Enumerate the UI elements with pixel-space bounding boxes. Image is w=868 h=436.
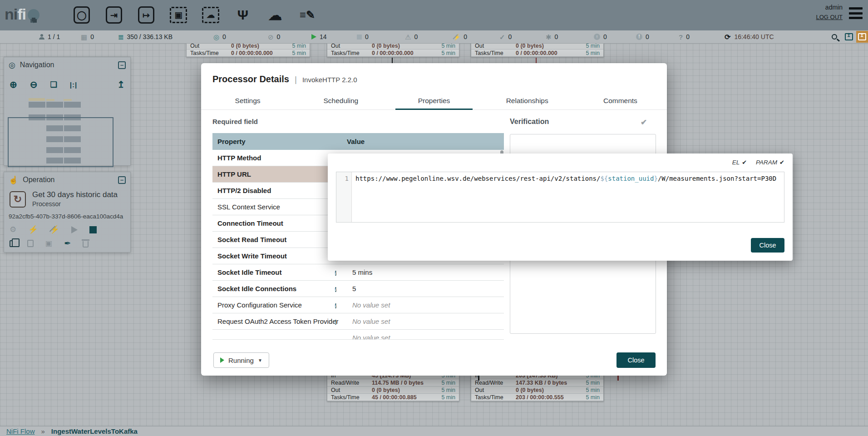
property-value[interactable]: 5 — [347, 285, 504, 292]
property-value[interactable]: No value set — [347, 317, 504, 325]
tab-comments[interactable]: Comments — [574, 93, 667, 109]
stat-row: Read/Write114.75 MB / 0 bytes5 min — [327, 379, 459, 386]
property-value[interactable]: No value set — [347, 334, 504, 340]
property-name: Socket Idle Connections — [212, 285, 335, 292]
info-icon[interactable]: i — [335, 317, 347, 326]
tab-scheduling[interactable]: Scheduling — [294, 93, 387, 109]
value-code-editor[interactable]: 1 https://www.pegelonline.wsv.de/webserv… — [336, 172, 784, 223]
editor-close-button[interactable]: Close — [751, 238, 784, 253]
tab-settings[interactable]: Settings — [201, 93, 294, 109]
group-icon[interactable]: ▣ — [45, 240, 52, 247]
property-row[interactable]: Request OAuth2 Access Token ProvideriNo … — [212, 313, 504, 330]
stat-row: Out0 (0 bytes)5 min — [327, 386, 459, 394]
info-icon[interactable]: i — [335, 285, 347, 293]
info-icon[interactable]: i — [335, 268, 347, 277]
property-row[interactable]: Socket Idle Connectionsi5 — [212, 281, 504, 297]
status-running: 14 — [311, 30, 327, 43]
stop-icon[interactable] — [89, 226, 97, 233]
panel-icon — [845, 33, 853, 40]
property-value[interactable]: 5 mins — [347, 268, 504, 276]
property-name: Connection Timeout — [212, 219, 335, 227]
property-name: Proxy Configuration Service — [212, 301, 335, 309]
tab-properties[interactable]: Properties — [387, 93, 480, 109]
status-stale: ↑0 — [594, 30, 607, 43]
birdseye-minimap[interactable] — [6, 96, 128, 169]
search-icon — [832, 34, 837, 40]
paste-icon[interactable] — [27, 240, 34, 247]
global-menu-icon[interactable] — [849, 7, 863, 19]
navigation-panel: ◎ Navigation − ⊕ ⊖ ❏ |:| ↥ — [4, 57, 131, 166]
configure-icon[interactable]: ⚙ — [10, 226, 16, 233]
required-field-label: Required field — [212, 118, 258, 125]
refresh-icon[interactable]: ⟳ — [725, 33, 730, 41]
status-stopped: 0 — [357, 30, 369, 43]
chevron-down-icon: ▼ — [258, 358, 262, 363]
status-threads: ▦0 — [81, 30, 94, 43]
property-value[interactable]: No value set — [347, 301, 504, 309]
dialog-title: Processor Details — [212, 74, 289, 84]
collapse-navigation-button[interactable]: − — [118, 61, 126, 69]
breadcrumb: NiFi Flow » IngestWaterLevelsToKafka — [0, 426, 868, 436]
zoom-out-icon[interactable]: ⊖ — [30, 79, 38, 90]
info-icon[interactable]: i — [335, 301, 347, 309]
property-name: HTTP URL — [212, 170, 335, 178]
current-user: admin — [816, 4, 843, 11]
processor-type-icon: ↻ — [10, 191, 26, 208]
status-locally-modified: ✱0 — [546, 30, 558, 43]
output-port-icon[interactable]: ↦ — [136, 5, 156, 25]
remote-process-group-icon[interactable]: ☁ — [201, 5, 221, 25]
panel-icon — [858, 33, 866, 40]
process-group-icon[interactable]: ▣ — [168, 5, 188, 25]
search-button[interactable] — [828, 31, 841, 43]
color-brush-icon[interactable]: ✒ — [64, 239, 71, 248]
label-icon[interactable]: ≡✎ — [297, 5, 317, 25]
breadcrumb-current: IngestWaterLevelsToKafka — [51, 427, 138, 435]
property-value-editor: EL✔ PARAM✔ 1 https://www.pegelonline.wsv… — [328, 154, 793, 261]
template-icon[interactable]: ☁ — [265, 5, 285, 25]
compass-icon: ◎ — [9, 60, 15, 70]
tab-relationships[interactable]: Relationships — [481, 93, 574, 109]
property-name: HTTP Method — [212, 154, 335, 162]
toggle-panel-button[interactable] — [843, 31, 855, 43]
go-up-icon[interactable]: ↥ — [117, 79, 125, 90]
processor-type-version: InvokeHTTP 2.2.0 — [302, 76, 357, 84]
operation-panel-title: Operation — [23, 176, 54, 184]
property-name: HTTP/2 Disabled — [212, 187, 335, 194]
nifi-drop-icon — [25, 7, 42, 24]
enable-icon[interactable]: ⚡ — [28, 226, 38, 233]
property-row[interactable]: No value set — [212, 330, 504, 340]
collapse-operation-button[interactable]: − — [118, 176, 126, 184]
minimap-viewport[interactable] — [8, 117, 113, 167]
input-port-icon[interactable]: ⇥ — [104, 5, 124, 25]
stat-row: Tasks/Time0 / 00:00:00.0005 min — [471, 50, 603, 57]
property-row[interactable]: Socket Idle Timeouti5 mins — [212, 264, 504, 281]
processor-icon[interactable]: ◯ — [72, 5, 92, 25]
disable-icon[interactable]: ⚡ — [49, 226, 59, 233]
breadcrumb-root-link[interactable]: NiFi Flow — [6, 427, 35, 435]
hand-pointer-icon: ☝ — [9, 175, 18, 185]
check-icon: ✔ — [779, 159, 784, 166]
copy-icon[interactable] — [10, 240, 15, 247]
zoom-in-icon[interactable]: ⊕ — [10, 79, 17, 90]
stat-row: Tasks/Time203 / 00:00:00.5555 min — [471, 394, 603, 401]
active-panel-button[interactable] — [856, 31, 868, 43]
start-icon[interactable] — [71, 226, 78, 233]
property-name: Socket Idle Timeout — [212, 268, 335, 276]
property-value-text[interactable]: https://www.pegelonline.wsv.de/webservic… — [352, 172, 776, 222]
last-refresh-time: 16:46:40 UTC — [734, 33, 774, 40]
delete-icon[interactable] — [83, 241, 89, 248]
status-bar: ⟳ 16:46:40 UTC 1 / 1▦0≣350 / 336.13 KB◎0… — [0, 30, 868, 44]
logout-link[interactable]: LOG OUT — [816, 14, 843, 20]
selected-component-type: Processor — [32, 200, 61, 208]
zoom-fit-icon[interactable]: ❏ — [50, 80, 57, 89]
dialog-tabs: SettingsSchedulingPropertiesRelationship… — [201, 93, 667, 110]
zoom-actual-icon[interactable]: |:| — [70, 81, 77, 89]
property-row[interactable]: Proxy Configuration ServiceiNo value set — [212, 297, 504, 313]
dialog-close-button[interactable]: Close — [616, 352, 656, 368]
run-state-button[interactable]: Running ▼ — [213, 352, 269, 368]
verification-check-icon[interactable]: ✔ — [641, 118, 647, 127]
verification-label: Verification — [510, 118, 549, 126]
stat-row: Out0 (0 bytes)5 min — [471, 386, 603, 394]
funnel-icon[interactable]: Ψ — [233, 5, 253, 25]
property-name: SSL Context Service — [212, 203, 335, 211]
